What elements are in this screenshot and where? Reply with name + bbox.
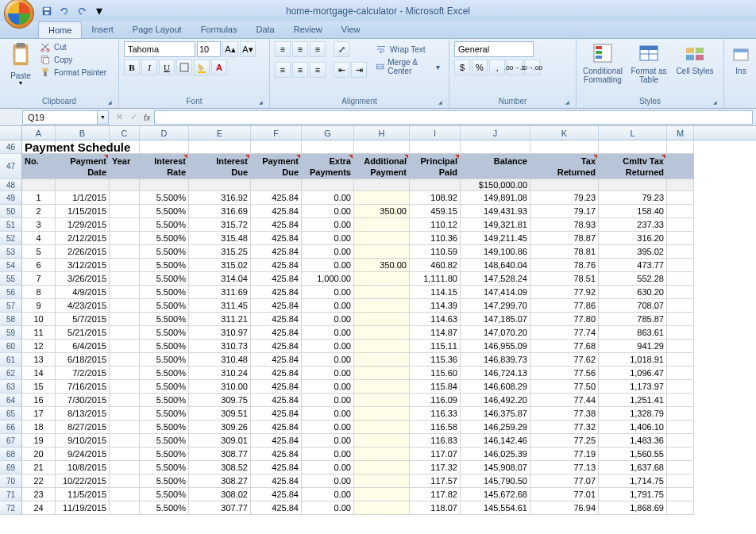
cell[interactable]: 5: [22, 245, 56, 259]
cell[interactable]: 425.84: [251, 501, 302, 515]
cell[interactable]: 1,791.75: [599, 488, 667, 501]
row-header[interactable]: 66: [0, 421, 22, 434]
cell[interactable]: 1,714.75: [599, 474, 667, 488]
cell[interactable]: [110, 179, 140, 191]
cell[interactable]: 0.00: [302, 205, 354, 218]
cell[interactable]: InterestDue: [189, 154, 251, 179]
cell[interactable]: 311.69: [189, 286, 251, 299]
cell[interactable]: [354, 140, 410, 154]
cell[interactable]: 117.57: [410, 474, 461, 488]
col-header-H[interactable]: H: [354, 126, 410, 140]
row-header[interactable]: 51: [0, 218, 22, 232]
cell[interactable]: 0.00: [302, 353, 354, 367]
cell[interactable]: [354, 461, 410, 474]
col-header-J[interactable]: J: [461, 126, 530, 140]
cell[interactable]: 77.38: [530, 407, 599, 421]
cell[interactable]: 310.24: [189, 367, 251, 380]
cell[interactable]: 425.84: [251, 299, 302, 313]
cell[interactable]: 310.00: [189, 380, 251, 394]
align-middle-icon[interactable]: ≡: [292, 41, 308, 57]
cell[interactable]: 0.00: [302, 380, 354, 394]
cell[interactable]: [189, 140, 251, 154]
cell[interactable]: 145,908.07: [461, 461, 530, 474]
cell[interactable]: 315.25: [189, 245, 251, 259]
tab-review[interactable]: Review: [284, 21, 332, 38]
cell[interactable]: 1,000.00: [302, 272, 354, 286]
row-header[interactable]: 69: [0, 461, 22, 474]
cell[interactable]: 146,608.29: [461, 380, 530, 394]
italic-button[interactable]: I: [141, 60, 157, 75]
cell[interactable]: 425.84: [251, 259, 302, 272]
cell[interactable]: 5.500%: [140, 488, 189, 501]
cell[interactable]: Year: [110, 154, 140, 179]
decrease-decimal-icon[interactable]: .0→.00: [524, 60, 540, 75]
cell[interactable]: 395.02: [599, 245, 667, 259]
font-name-select[interactable]: [124, 41, 195, 57]
cell[interactable]: 108.92: [410, 191, 461, 205]
cell[interactable]: PrincipalPaid: [410, 154, 461, 179]
cell[interactable]: [302, 179, 354, 191]
cell[interactable]: [354, 299, 410, 313]
cell[interactable]: 5.500%: [140, 218, 189, 232]
bold-button[interactable]: B: [124, 60, 140, 75]
cell[interactable]: [354, 421, 410, 434]
cell[interactable]: 1/29/2015: [56, 218, 110, 232]
cell[interactable]: 24: [22, 501, 56, 515]
cell[interactable]: 0.00: [302, 286, 354, 299]
cell[interactable]: [110, 434, 140, 448]
tab-data[interactable]: Data: [246, 21, 284, 38]
cell[interactable]: [110, 232, 140, 245]
col-header-D[interactable]: D: [140, 126, 189, 140]
cell[interactable]: 146,724.13: [461, 367, 530, 380]
cell[interactable]: 308.02: [189, 488, 251, 501]
cell[interactable]: 1,173.97: [599, 380, 667, 394]
currency-button[interactable]: $: [454, 60, 470, 75]
cell[interactable]: [667, 299, 694, 313]
cell[interactable]: 315.48: [189, 232, 251, 245]
cell[interactable]: 9/10/2015: [56, 434, 110, 448]
cell[interactable]: 147,070.20: [461, 326, 530, 340]
cell[interactable]: 1,018.91: [599, 353, 667, 367]
cell[interactable]: 425.84: [251, 245, 302, 259]
cell[interactable]: 5.500%: [140, 272, 189, 286]
cell[interactable]: 316.92: [189, 191, 251, 205]
cell[interactable]: 309.26: [189, 421, 251, 434]
row-header[interactable]: 58: [0, 313, 22, 326]
cell[interactable]: 149,100.86: [461, 245, 530, 259]
cell[interactable]: 117.82: [410, 488, 461, 501]
underline-button[interactable]: U: [159, 60, 175, 75]
cell[interactable]: 114.63: [410, 313, 461, 326]
cell[interactable]: 5.500%: [140, 407, 189, 421]
copy-button[interactable]: Copy: [40, 54, 106, 65]
cell[interactable]: 115.36: [410, 353, 461, 367]
cell[interactable]: [599, 179, 667, 191]
cell[interactable]: [354, 218, 410, 232]
row-header[interactable]: 60: [0, 340, 22, 353]
cell[interactable]: 23: [22, 488, 56, 501]
cell[interactable]: 117.32: [410, 461, 461, 474]
decrease-indent-icon[interactable]: ⇤: [334, 62, 349, 78]
cell[interactable]: [110, 394, 140, 407]
cell[interactable]: 1: [22, 191, 56, 205]
cell[interactable]: 118.07: [410, 501, 461, 515]
cell[interactable]: 79.17: [530, 205, 599, 218]
cell[interactable]: No.: [22, 154, 56, 179]
merge-center-button[interactable]: Merge & Center ▾: [372, 59, 444, 75]
row-header[interactable]: 52: [0, 232, 22, 245]
cell[interactable]: 7/30/2015: [56, 394, 110, 407]
cell[interactable]: 863.61: [599, 326, 667, 340]
row-header[interactable]: 67: [0, 434, 22, 448]
cell[interactable]: 630.20: [599, 286, 667, 299]
cell[interactable]: 146,492.20: [461, 394, 530, 407]
align-top-icon[interactable]: ≡: [275, 41, 291, 57]
cell[interactable]: 425.84: [251, 218, 302, 232]
cell[interactable]: 0.00: [302, 326, 354, 340]
cell[interactable]: 0.00: [302, 340, 354, 353]
cell[interactable]: 1,868.69: [599, 501, 667, 515]
cell[interactable]: 110.59: [410, 245, 461, 259]
cell[interactable]: 20: [22, 448, 56, 461]
cell[interactable]: 77.68: [530, 340, 599, 353]
cell[interactable]: 8/27/2015: [56, 421, 110, 434]
cell[interactable]: [667, 232, 694, 245]
cell[interactable]: [667, 434, 694, 448]
